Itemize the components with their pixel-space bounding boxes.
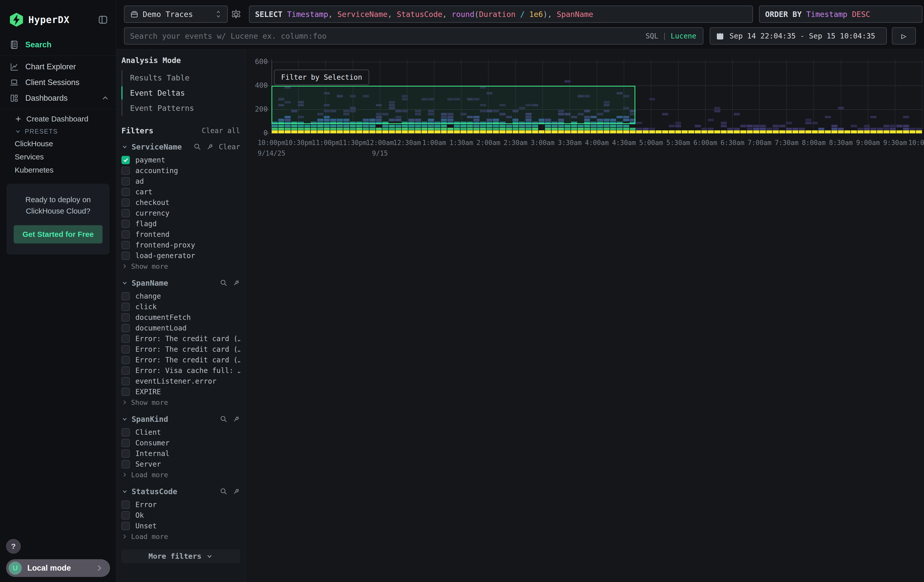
sql-mode-toggle[interactable]: SQL	[645, 32, 658, 40]
sidebar-item-services[interactable]: Services	[11, 150, 116, 163]
date-range-picker[interactable]: Sep 14 22:04:35 - Sep 15 10:04:35	[710, 27, 887, 45]
filter-checkbox-row[interactable]: Error	[121, 499, 240, 510]
filter-group-name[interactable]: ServiceName	[132, 142, 182, 151]
search-icon[interactable]	[220, 415, 228, 423]
sidebar-item-client-sessions[interactable]: Client Sessions	[0, 75, 116, 90]
filter-checkbox-row[interactable]: EXPIRE	[121, 386, 240, 397]
checkbox[interactable]	[121, 387, 130, 396]
filter-checkbox-row[interactable]: Server	[121, 459, 240, 469]
checkbox[interactable]	[121, 356, 130, 364]
clear-all-button[interactable]: Clear all	[202, 127, 240, 135]
analysis-tab-event-deltas[interactable]: Event Deltas	[122, 85, 240, 101]
chart-area[interactable]: 020040060010:00pm10:30pm11:00pm11:30pm12…	[246, 49, 924, 582]
sidebar-item-dashboards[interactable]: Dashboards	[0, 90, 116, 106]
analysis-tab-event-patterns[interactable]: Event Patterns	[122, 101, 240, 115]
checkbox[interactable]	[121, 177, 130, 185]
filter-checkbox-row[interactable]: frontend-proxy	[121, 240, 240, 250]
checkbox[interactable]	[121, 449, 130, 458]
filter-checkbox-row[interactable]: frontend	[121, 229, 240, 240]
filter-checkbox-row[interactable]: documentLoad	[121, 323, 240, 333]
checkbox[interactable]	[121, 292, 130, 300]
checkbox[interactable]	[121, 501, 130, 509]
sidebar-collapse-icon[interactable]	[98, 15, 108, 25]
help-button[interactable]: ?	[6, 539, 21, 554]
show-more-button[interactable]: Load more	[121, 531, 240, 542]
pin-icon[interactable]	[233, 488, 240, 495]
source-select[interactable]: Demo Traces	[124, 6, 228, 23]
filter-checkbox-row[interactable]: accounting	[121, 165, 240, 176]
filter-checkbox-row[interactable]: cart	[121, 186, 240, 197]
filter-checkbox-row[interactable]: Error: The credit card (…	[121, 333, 240, 344]
checkbox[interactable]	[121, 167, 130, 175]
filter-group-name[interactable]: SpanKind	[132, 415, 168, 424]
filter-checkbox-row[interactable]: flagd	[121, 218, 240, 229]
checkbox[interactable]	[121, 511, 130, 519]
filter-checkbox-row[interactable]: Unset	[121, 521, 240, 531]
filter-checkbox-row[interactable]: eventListener.error	[121, 376, 240, 386]
checkbox[interactable]	[121, 439, 130, 447]
checkbox[interactable]	[121, 366, 130, 375]
show-more-button[interactable]: Show more	[121, 261, 240, 272]
order-by-input[interactable]: ORDER BY Timestamp DESC	[759, 6, 922, 23]
create-dashboard-button[interactable]: Create Dashboard	[11, 112, 116, 125]
sidebar-item-kubernetes[interactable]: Kubernetes	[11, 163, 116, 176]
filter-checkbox-row[interactable]: Client	[121, 427, 240, 437]
checkbox[interactable]	[121, 345, 130, 353]
checkbox[interactable]	[121, 377, 130, 386]
search-icon[interactable]	[220, 279, 228, 287]
selection-rectangle[interactable]	[271, 86, 635, 124]
sql-select-input[interactable]: SELECT Timestamp, ServiceName, StatusCod…	[249, 6, 753, 23]
more-filters-button[interactable]: More filters	[121, 549, 240, 563]
checkbox[interactable]	[121, 241, 130, 249]
show-more-button[interactable]: Load more	[121, 469, 240, 480]
filter-checkbox-row[interactable]: Error: The credit card (…	[121, 354, 240, 365]
checkbox[interactable]	[121, 335, 130, 343]
checkbox[interactable]	[121, 230, 130, 239]
checkbox[interactable]	[121, 252, 130, 260]
checkbox[interactable]	[121, 313, 130, 322]
filter-checkbox-row[interactable]: ad	[121, 176, 240, 186]
sidebar-item-search[interactable]: Search	[0, 37, 116, 53]
chevron-down-icon[interactable]	[121, 143, 128, 150]
filter-checkbox-row[interactable]: Consumer	[121, 437, 240, 448]
pin-icon[interactable]	[233, 415, 240, 423]
filter-checkbox-row[interactable]: Error: The credit card (…	[121, 344, 240, 354]
checkbox[interactable]	[121, 198, 130, 207]
lucene-mode-toggle[interactable]: Lucene	[671, 32, 696, 40]
checkbox-checked[interactable]	[121, 156, 130, 164]
chevron-down-icon[interactable]	[121, 488, 128, 495]
filter-group-name[interactable]: StatusCode	[132, 487, 177, 496]
filter-checkbox-row[interactable]: load-generator	[121, 250, 240, 261]
search-icon[interactable]	[220, 488, 228, 495]
checkbox[interactable]	[121, 324, 130, 332]
filter-checkbox-row[interactable]: payment	[121, 155, 240, 165]
filter-checkbox-row[interactable]: documentFetch	[121, 312, 240, 323]
checkbox[interactable]	[121, 220, 130, 228]
checkbox[interactable]	[121, 188, 130, 196]
pin-icon[interactable]	[206, 143, 214, 150]
chevron-down-icon[interactable]	[121, 416, 128, 422]
filter-checkbox-row[interactable]: Ok	[121, 510, 240, 521]
checkbox[interactable]	[121, 460, 130, 468]
sidebar-item-chart-explorer[interactable]: Chart Explorer	[0, 59, 116, 75]
filter-checkbox-row[interactable]: checkout	[121, 197, 240, 208]
search-input[interactable]	[130, 31, 645, 41]
pin-icon[interactable]	[233, 279, 240, 287]
show-more-button[interactable]: Show more	[121, 397, 240, 408]
sidebar-item-clickhouse[interactable]: ClickHouse	[11, 137, 116, 150]
presets-toggle[interactable]: PRESETS	[11, 125, 116, 137]
filter-checkbox-row[interactable]: Internal	[121, 448, 240, 459]
search-icon[interactable]	[193, 143, 201, 150]
filter-group-name[interactable]: SpanName	[132, 279, 168, 287]
chevron-down-icon[interactable]	[121, 280, 128, 286]
settings-gear-icon[interactable]	[231, 9, 241, 20]
checkbox[interactable]	[121, 209, 130, 218]
filter-checkbox-row[interactable]: click	[121, 302, 240, 312]
get-started-button[interactable]: Get Started for Free	[14, 225, 102, 244]
checkbox[interactable]	[121, 303, 130, 311]
checkbox[interactable]	[121, 428, 130, 437]
filter-checkbox-row[interactable]: Error: Visa cache full: …	[121, 365, 240, 376]
filter-checkbox-row[interactable]: currency	[121, 208, 240, 218]
run-query-button[interactable]: ▷	[892, 27, 916, 45]
filter-checkbox-row[interactable]: change	[121, 291, 240, 302]
